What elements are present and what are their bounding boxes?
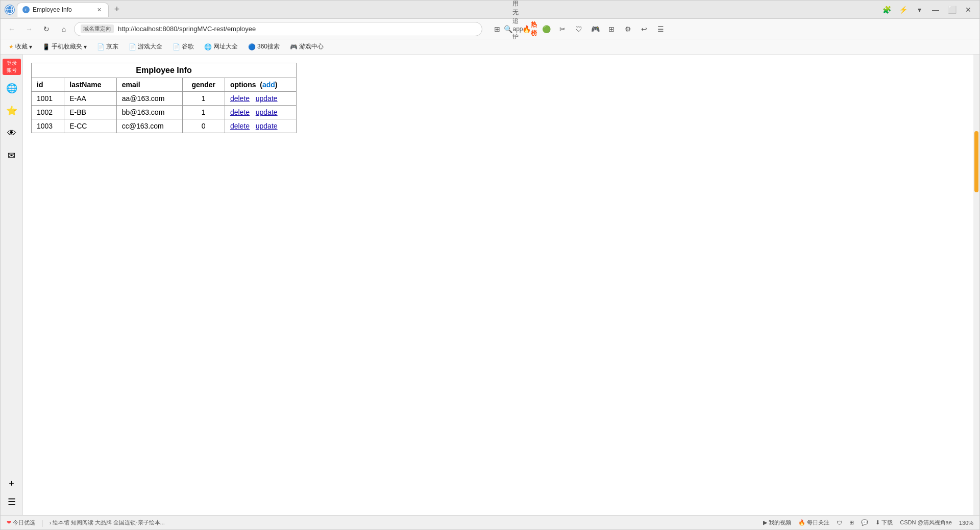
bookmark-label: 360搜索 bbox=[257, 42, 280, 51]
hot-icon-button[interactable]: 🔥热榜 bbox=[522, 21, 537, 37]
add-link[interactable]: add bbox=[262, 81, 275, 89]
scrollbar-track[interactable] bbox=[973, 55, 979, 515]
bookmark-jd[interactable]: 📄 京东 bbox=[93, 41, 122, 52]
table-title-row: Employee Info bbox=[32, 63, 297, 78]
forward-button[interactable]: → bbox=[22, 22, 36, 36]
sidebar-icon-globe[interactable]: 🌐 bbox=[3, 79, 21, 97]
delete-link-row2[interactable]: delete bbox=[230, 122, 250, 130]
back-button[interactable]: ← bbox=[5, 22, 19, 36]
bookmark-favorites[interactable]: ★ 收藏 ▾ bbox=[5, 41, 36, 52]
status-label: 今日优选 bbox=[13, 519, 35, 526]
tab-close-button[interactable]: ✕ bbox=[95, 6, 103, 14]
bookmark-360search[interactable]: 🔵 360搜索 bbox=[244, 41, 284, 52]
address-bar-input-wrap[interactable]: 域名重定向 bbox=[74, 22, 482, 36]
scrollbar-thumb[interactable] bbox=[974, 131, 978, 192]
status-zoom-level[interactable]: 130% bbox=[957, 520, 975, 526]
table-row: 1002 E-BB bb@163.com 1 delete update bbox=[32, 106, 297, 119]
sidebar-icon-mail[interactable]: ✉ bbox=[3, 146, 21, 165]
browser-logo-icon bbox=[5, 5, 15, 15]
sidebar-menu-button[interactable]: ☰ bbox=[3, 493, 21, 511]
table-title: Employee Info bbox=[32, 63, 297, 78]
login-badge[interactable]: 登录账号 bbox=[3, 59, 21, 75]
employee-table: Employee Info id lastName email gender o… bbox=[31, 63, 297, 133]
shield-icon: 🛡 bbox=[837, 520, 842, 526]
sidebar-add-button[interactable]: + bbox=[3, 474, 21, 493]
close-button[interactable]: ✕ bbox=[961, 3, 975, 17]
status-download[interactable]: ⬇ 下载 bbox=[873, 519, 895, 526]
table-row: 1001 E-AA aa@163.com 1 delete update bbox=[32, 92, 297, 106]
update-link-row1[interactable]: update bbox=[256, 108, 278, 116]
new-tab-button[interactable]: + bbox=[110, 3, 124, 17]
table-row: 1003 E-CC cc@163.com 0 delete update bbox=[32, 119, 297, 133]
column-header-id: id bbox=[32, 78, 64, 92]
chevron-down-button[interactable]: ▾ bbox=[912, 3, 926, 17]
title-bar: E Employee Info ✕ + 🧩 ⚡ ▾ — ⬜ ✕ bbox=[1, 1, 979, 19]
bookmark-games-all[interactable]: 📄 游戏大全 bbox=[125, 41, 166, 52]
toolbar-icons: ⊞ 🔍 用无追app护隐私 🔥热榜 🟢 ✂ 🛡 🎮 ⊞ ⚙ ↩ ☰ bbox=[489, 21, 668, 37]
status-zoom[interactable]: CSDN @清风视角ae bbox=[898, 519, 954, 526]
search-icon: 🔍 bbox=[504, 25, 512, 33]
minimize-button[interactable]: — bbox=[928, 3, 943, 17]
tab-bar: E Employee Info ✕ + bbox=[15, 3, 879, 17]
update-link-row0[interactable]: update bbox=[256, 94, 278, 103]
status-my-videos[interactable]: ▶ 我的视频 bbox=[761, 519, 793, 526]
star-icon: ★ bbox=[9, 43, 14, 50]
settings-icon-button[interactable]: ⚙ bbox=[620, 21, 635, 37]
delete-link-row1[interactable]: delete bbox=[230, 108, 250, 116]
charging-icon: ⚡ bbox=[896, 3, 910, 17]
column-header-options: options (add) bbox=[225, 78, 296, 92]
scissors-icon-button[interactable]: ✂ bbox=[555, 21, 570, 37]
status-icon1[interactable]: ⊞ bbox=[847, 519, 856, 526]
status-books[interactable]: › 绘本馆 知阅阅读 大品牌 全国连锁·亲子绘本... bbox=[47, 519, 167, 526]
heart-icon: ❤ bbox=[7, 519, 11, 526]
update-link-row2[interactable]: update bbox=[256, 122, 278, 130]
cell-email: bb@163.com bbox=[116, 106, 182, 119]
status-icon2[interactable]: 💬 bbox=[859, 519, 870, 526]
sidebar-icon-eye[interactable]: 👁 bbox=[3, 124, 21, 142]
sidebar: 登录账号 🌐 ⭐ 👁 ✉ + ☰ bbox=[1, 55, 23, 515]
cell-lastname: E-CC bbox=[64, 119, 117, 133]
play-icon: ▶ bbox=[763, 519, 767, 526]
grid2-icon-button[interactable]: ⊞ bbox=[604, 21, 619, 37]
delete-link-row0[interactable]: delete bbox=[230, 94, 250, 103]
bookmark-label: 手机收藏夹 bbox=[52, 42, 82, 51]
status-daily-follow[interactable]: 🔥 每日关注 bbox=[796, 519, 831, 526]
arrow-icon: › bbox=[50, 520, 52, 526]
status-today-picks[interactable]: ❤ 今日优选 bbox=[5, 519, 37, 526]
maximize-button[interactable]: ⬜ bbox=[945, 3, 959, 17]
page-icon: 📄 bbox=[97, 43, 105, 51]
table-body: 1001 E-AA aa@163.com 1 delete update 100… bbox=[32, 92, 297, 133]
cell-id: 1002 bbox=[32, 106, 64, 119]
active-tab[interactable]: E Employee Info ✕ bbox=[17, 3, 109, 17]
shield-icon-button[interactable]: 🛡 bbox=[571, 21, 586, 37]
status-security[interactable]: 🛡 bbox=[835, 520, 844, 526]
bookmark-label: 谷歌 bbox=[182, 42, 194, 51]
bookmark-mobile-favorites[interactable]: 📱 手机收藏夹 ▾ bbox=[38, 41, 91, 52]
bookmark-website-all[interactable]: 🌐 网址大全 bbox=[200, 41, 242, 52]
mobile-icon: 📱 bbox=[42, 43, 50, 51]
status-bar: ❤ 今日优选 | › 绘本馆 知阅阅读 大品牌 全国连锁·亲子绘本... ▶ 我… bbox=[1, 515, 979, 529]
bookmark-google[interactable]: 📄 谷歌 bbox=[168, 41, 198, 52]
sidebar-icon-star[interactable]: ⭐ bbox=[3, 102, 21, 120]
chrome-icon-button[interactable]: 🟢 bbox=[538, 21, 554, 37]
address-bar: ← → ↻ ⌂ 域名重定向 ⊞ 🔍 用无追app护隐私 🔥热榜 🟢 ✂ 🛡 🎮 … bbox=[1, 19, 979, 39]
status-label: 我的视频 bbox=[769, 519, 791, 526]
cell-options: delete update bbox=[225, 106, 296, 119]
search-button[interactable]: 🔍 用无追app护隐私 bbox=[506, 21, 521, 37]
bookmark-label: 网址大全 bbox=[213, 42, 238, 51]
bookmark-game-center[interactable]: 🎮 游戏中心 bbox=[286, 41, 328, 52]
games-icon-button[interactable]: 🎮 bbox=[587, 21, 603, 37]
undo-icon-button[interactable]: ↩ bbox=[636, 21, 652, 37]
cell-email: cc@163.com bbox=[116, 119, 182, 133]
extensions-button[interactable]: 🧩 bbox=[879, 3, 894, 17]
grid-icon-button[interactable]: ⊞ bbox=[489, 21, 505, 37]
tab-favicon-icon: E bbox=[22, 6, 30, 13]
menu-button[interactable]: ☰ bbox=[653, 21, 668, 37]
refresh-button[interactable]: ↻ bbox=[39, 22, 54, 36]
status-label: 绘本馆 知阅阅读 大品牌 全国连锁·亲子绘本... bbox=[53, 519, 164, 526]
home-button[interactable]: ⌂ bbox=[57, 22, 71, 36]
zoom-percentage: 130% bbox=[959, 520, 973, 526]
address-input[interactable] bbox=[118, 25, 476, 33]
dropdown-icon: ▾ bbox=[84, 43, 87, 51]
cell-id: 1001 bbox=[32, 92, 64, 106]
